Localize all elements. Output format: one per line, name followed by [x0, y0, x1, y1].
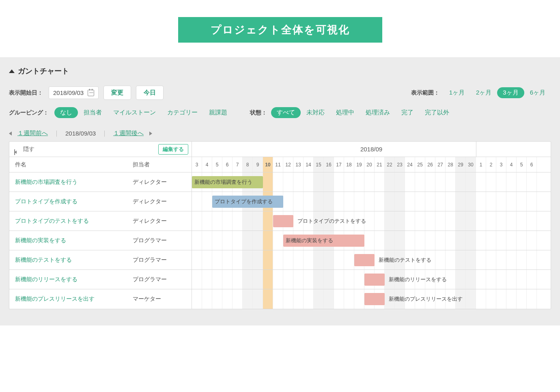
day-cell: 22 [385, 157, 395, 172]
task-subject-link[interactable]: プロトタイプを作成する [15, 198, 78, 205]
gantt-bar[interactable]: プロトタイプを作成する [212, 196, 283, 208]
day-cell: 20 [364, 157, 375, 172]
status-option-5[interactable]: 完了以外 [419, 107, 455, 118]
status-option-1[interactable]: 未対応 [301, 107, 330, 118]
day-cell: 3 [496, 157, 506, 172]
day-cell: 12 [283, 157, 293, 172]
day-cell: 4 [202, 157, 212, 172]
day-cell: 25 [415, 157, 425, 172]
day-cell: 6 [527, 157, 537, 172]
task-subject-link[interactable]: 新機能のリリースをする [15, 276, 78, 282]
day-cell: 4 [506, 157, 517, 172]
gantt-bar[interactable]: 新機能の市場調査を行う [192, 176, 263, 188]
day-cell: 13 [293, 157, 304, 172]
gantt-bar-label: プロトタイプのテストをする [295, 215, 366, 227]
next-arrow-icon [149, 131, 152, 136]
day-cell: 28 [446, 157, 456, 172]
date-input[interactable]: 2018/09/03 [49, 86, 99, 99]
column-header-subject: 件名 [9, 161, 131, 168]
timeline-month-header: 2018/09 [192, 142, 551, 157]
day-cell: 1 [476, 157, 486, 172]
task-row: 新機能の市場調査を行うディレクター [9, 172, 192, 192]
day-cell: 10 [263, 157, 273, 172]
timeline-row: プロトタイプを作成する [192, 192, 551, 211]
edit-button[interactable]: 編集する [158, 144, 188, 155]
nav-separator: ｜ [101, 129, 108, 137]
status-option-4[interactable]: 完了 [396, 107, 419, 118]
timeline-row: プロトタイプのテストをする [192, 211, 551, 231]
range-option-1[interactable]: 2ヶ月 [470, 87, 497, 98]
timeline-row: 新機能の実装をする [192, 231, 551, 250]
timeline-row: 新機能のプレスリリースを出す [192, 289, 551, 309]
task-assignee: ディレクター [131, 198, 192, 205]
status-label: 状態： [250, 109, 267, 116]
prev-week-link[interactable]: １週間前へ [17, 129, 48, 137]
grouping-option-2[interactable]: マイルストーン [108, 107, 162, 118]
grouping-label: グルーピング： [9, 109, 49, 116]
range-label: 表示範囲： [411, 89, 439, 97]
today-button[interactable]: 今日 [136, 86, 164, 100]
range-option-2[interactable]: 3ヶ月 [497, 87, 524, 98]
task-subject-link[interactable]: プロトタイプのテストをする [15, 218, 89, 224]
day-cell: 5 [517, 157, 527, 172]
hide-label: 隠す [23, 146, 34, 153]
day-cell: 9 [253, 157, 263, 172]
day-cell: 8 [243, 157, 253, 172]
prev-arrow-icon [9, 131, 12, 136]
day-cell: 14 [304, 157, 314, 172]
range-option-3[interactable]: 6ヶ月 [524, 87, 551, 98]
grouping-option-3[interactable]: カテゴリー [162, 107, 203, 118]
day-cell: 24 [405, 157, 415, 172]
task-subject-link[interactable]: 新機能の市場調査を行う [15, 179, 78, 185]
day-cell: 29 [456, 157, 466, 172]
day-cell: 23 [395, 157, 405, 172]
hero-banner: プロジェクト全体を可視化 [178, 17, 382, 43]
next-week-link[interactable]: １週間後へ [113, 129, 144, 137]
calendar-icon [88, 90, 94, 96]
gantt-bar[interactable] [354, 254, 375, 266]
task-assignee: プログラマー [131, 256, 192, 264]
task-assignee: プログラマー [131, 276, 192, 283]
day-cell: 30 [466, 157, 476, 172]
column-header-assignee: 担当者 [131, 161, 192, 168]
task-assignee: ディレクター [131, 218, 192, 225]
gantt-bar-label: 新機能のプレスリリースを出す [386, 293, 463, 305]
task-subject-link[interactable]: 新機能のプレスリリースを出す [15, 295, 95, 302]
nav-separator: ｜ [54, 129, 60, 137]
day-cell: 19 [354, 157, 364, 172]
grouping-option-0[interactable]: なし [54, 107, 78, 118]
section-title: ガントチャート [18, 66, 69, 76]
task-row: 新機能のテストをするプログラマー [9, 250, 192, 270]
day-cell: 5 [212, 157, 222, 172]
day-cell: 2 [486, 157, 496, 172]
date-value: 2018/09/03 [53, 89, 84, 96]
hide-columns-button[interactable]: 隠す [14, 146, 34, 153]
change-button[interactable]: 変更 [103, 86, 131, 100]
grouping-option-4[interactable]: 親課題 [203, 107, 233, 118]
day-cell: 11 [273, 157, 283, 172]
timeline-row: 新機能のテストをする [192, 250, 551, 270]
status-option-3[interactable]: 処理済み [360, 107, 396, 118]
task-subject-link[interactable]: 新機能のテストをする [15, 256, 72, 263]
status-option-2[interactable]: 処理中 [330, 107, 360, 118]
status-option-0[interactable]: すべて [271, 107, 301, 118]
day-cell: 6 [222, 157, 233, 172]
day-cell: 21 [375, 157, 385, 172]
gantt-bar[interactable]: 新機能の実装をする [283, 235, 364, 247]
gantt-bar[interactable] [273, 215, 293, 227]
task-subject-link[interactable]: 新機能の実装をする [15, 237, 66, 243]
grouping-option-1[interactable]: 担当者 [78, 107, 108, 118]
timeline-row: 新機能のリリースをする [192, 270, 551, 289]
gantt-bar[interactable] [364, 293, 385, 305]
section-header[interactable]: ガントチャート [9, 66, 551, 76]
task-assignee: マーケター [131, 295, 192, 303]
gantt-bar[interactable] [364, 274, 385, 286]
gantt-bar-label: 新機能のリリースをする [386, 274, 447, 286]
gantt-bar-label: 新機能のテストをする [376, 254, 431, 266]
day-cell: 7 [233, 157, 243, 172]
day-cell: 3 [192, 157, 202, 172]
range-option-0[interactable]: 1ヶ月 [444, 87, 470, 98]
timeline-row: 新機能の市場調査を行う [192, 172, 551, 192]
day-cell: 18 [344, 157, 354, 172]
task-row: 新機能の実装をするプログラマー [9, 231, 192, 250]
